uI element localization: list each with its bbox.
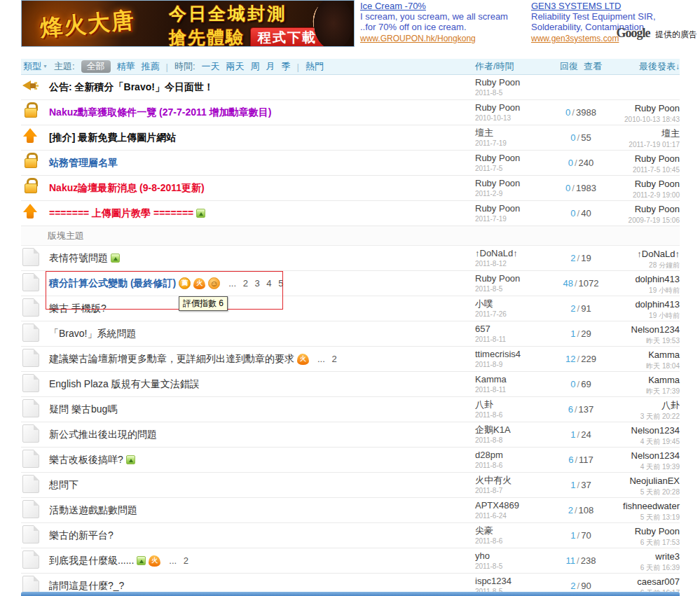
sort-desc-icon[interactable]: ↓ xyxy=(675,62,680,71)
last-post-time[interactable]: 19 小時前 xyxy=(610,312,680,320)
thread-title[interactable]: 積分計算公式變動 (最終修訂) xyxy=(49,277,176,290)
last-poster-link[interactable]: NeojulianEX xyxy=(629,476,680,486)
last-poster-link[interactable]: Nelson1234 xyxy=(631,425,680,436)
last-post-time[interactable]: 6 天前 16:39 xyxy=(610,564,680,572)
last-post-time[interactable]: 2011-7-19 01:17 xyxy=(610,141,680,149)
filter-recommend[interactable]: 推薦 xyxy=(142,60,160,73)
last-post-time[interactable]: 19 小時前 xyxy=(610,286,680,295)
thread-title[interactable]: 樂古改板後搞咩? xyxy=(49,454,123,466)
last-post-time[interactable]: 4 天前 19:45 xyxy=(610,438,680,446)
author-link[interactable]: Kamma xyxy=(475,374,507,384)
last-post-time[interactable]: 3 天前 20:22 xyxy=(610,413,680,421)
last-poster-link[interactable]: Ruby Poon xyxy=(635,103,680,113)
col-header-replies[interactable]: 回復 xyxy=(560,60,578,73)
last-poster-link[interactable]: 八卦 xyxy=(661,400,680,410)
thread-title[interactable]: ======= 上傳圖片教學 ======= xyxy=(49,207,193,220)
page-links[interactable]: ... 2 xyxy=(317,354,337,364)
last-poster-link[interactable]: fishneedwater xyxy=(623,501,680,511)
filter-two-days[interactable]: 兩天 xyxy=(226,60,245,73)
last-poster-link[interactable]: Kamma xyxy=(648,349,680,360)
author-link[interactable]: 火中有火 xyxy=(475,475,512,485)
thread-title[interactable]: 建議樂古論壇新增更多勳章，更詳細列出達到勳章的要求 xyxy=(49,353,294,366)
thread-title[interactable]: 表情符號問題 xyxy=(49,252,108,265)
last-post-time[interactable]: 5 天前 20:28 xyxy=(610,488,680,497)
author-link[interactable]: Ruby Poon xyxy=(475,203,520,214)
last-post-time[interactable]: 2011-7-5 10:45 xyxy=(610,166,680,174)
author-link[interactable]: APTX4869 xyxy=(475,500,519,511)
author-link[interactable]: Ruby Poon xyxy=(475,178,520,188)
thread-title[interactable]: Nakuz勳章獲取條件一覽 (27-7-2011 增加勳章數目) xyxy=(49,106,271,119)
ad-title-link[interactable]: Ice Cream -70% xyxy=(360,1,426,11)
thread-title[interactable]: 新公式推出後出現的問題 xyxy=(49,429,157,441)
thread-title[interactable]: 疑問 樂古bug嗎 xyxy=(49,403,117,416)
game-ad-banner[interactable]: 烽火大唐 今日全城封測 搶先體驗 程式下載 ☞ xyxy=(21,0,355,47)
last-poster-link[interactable]: dolphin413 xyxy=(635,299,680,310)
last-post-time[interactable]: 昨天 18:04 xyxy=(610,362,680,370)
last-post-time[interactable]: 5 天前 13:19 xyxy=(610,513,680,522)
author-link[interactable]: 企鵝K1A xyxy=(475,424,511,435)
last-post-time[interactable]: 6 天前 17:53 xyxy=(610,539,680,547)
author-link[interactable]: ↑DoNaLd↑ xyxy=(475,248,518,258)
author-link[interactable]: ispc1234 xyxy=(475,576,512,586)
filter-one-day[interactable]: 一天 xyxy=(202,60,220,73)
thread-title[interactable]: 樂古的新平台? xyxy=(49,529,114,542)
ad-url-link[interactable]: www.GROUPON.hk/Hongkong xyxy=(360,34,476,44)
author-link[interactable]: 小噗 xyxy=(475,298,493,309)
page-links[interactable]: ... 2 xyxy=(169,555,188,566)
last-poster-link[interactable]: ↑DoNaLd↑ xyxy=(637,249,680,259)
type-dropdown[interactable]: 類型▼ xyxy=(23,60,48,73)
thread-title[interactable]: 請問這是什麼?_? xyxy=(49,580,124,592)
filter-season[interactable]: 季 xyxy=(282,60,291,73)
author-link[interactable]: 尖豪 xyxy=(475,525,493,536)
last-post-time[interactable]: 昨天 19:53 xyxy=(610,337,680,345)
last-post-time[interactable]: 4 天前 19:39 xyxy=(610,463,680,471)
author-link[interactable]: yho xyxy=(475,550,490,561)
filter-all-selected[interactable]: 全部 xyxy=(81,60,111,73)
filter-week[interactable]: 周 xyxy=(251,60,260,73)
ad-title-link[interactable]: GEN3 SYSTEMS LTD xyxy=(531,1,621,11)
last-poster-link[interactable]: Kamma xyxy=(648,375,680,385)
thread-title[interactable]: 到底我是什麼級...... xyxy=(49,555,134,567)
thread-title[interactable]: Nakuz論壇最新消息 (9-8-2011更新) xyxy=(49,182,205,195)
thread-title[interactable]: [推介] 最新免費上傳圖片網站 xyxy=(49,132,176,144)
author-link[interactable]: d28pm xyxy=(475,450,503,460)
last-post-time[interactable]: 28 分鐘前 xyxy=(610,261,680,270)
author-link[interactable]: Ruby Poon xyxy=(475,102,520,113)
last-post-time[interactable]: 昨天 17:39 xyxy=(610,387,680,396)
last-poster-link[interactable]: Ruby Poon xyxy=(635,153,680,164)
last-poster-link[interactable]: Nelson1234 xyxy=(631,324,680,335)
reply-count: 1 xyxy=(570,429,575,440)
thread-title[interactable]: 站務管理層名單 xyxy=(49,157,118,169)
author-link[interactable]: 壇主 xyxy=(475,127,493,138)
author-link[interactable]: 657 xyxy=(475,324,490,334)
last-poster-link[interactable]: Ruby Poon xyxy=(635,179,680,189)
last-poster-link[interactable]: dolphin413 xyxy=(635,274,680,284)
filter-hot[interactable]: 熱門 xyxy=(306,60,324,73)
author-link[interactable]: Ruby Poon xyxy=(475,77,520,88)
thread-title[interactable]: 公告: 全新積分「Bravo!」今日面世！ xyxy=(49,81,214,94)
last-poster-link[interactable]: write3 xyxy=(655,551,680,562)
thread-title[interactable]: 「Bravo!」系統問題 xyxy=(49,328,136,340)
author-link[interactable]: Ruby Poon xyxy=(475,273,520,284)
last-post-time[interactable]: 2009-7-19 15:06 xyxy=(610,216,680,225)
ad-url-link[interactable]: www.gen3systems.com xyxy=(531,34,619,44)
last-poster-link[interactable]: Nelson1234 xyxy=(631,450,680,461)
thread-title[interactable]: 樂古 手機版? xyxy=(49,303,107,315)
author-link[interactable]: Ruby Poon xyxy=(475,153,520,163)
google-logo[interactable]: Google xyxy=(617,26,650,40)
last-poster-link[interactable]: caesar007 xyxy=(637,576,680,587)
last-post-time[interactable]: 2011-2-9 19:00 xyxy=(610,191,680,200)
last-poster-link[interactable]: Ruby Poon xyxy=(635,526,680,536)
filter-digest[interactable]: 精華 xyxy=(117,60,135,73)
col-header-views[interactable]: 查看 xyxy=(584,60,602,73)
thread-title[interactable]: 想問下 xyxy=(49,479,78,492)
last-poster-link[interactable]: 壇主 xyxy=(661,128,680,139)
last-poster-link[interactable]: Ruby Poon xyxy=(635,204,680,214)
last-post-time[interactable]: 2010-10-13 18:43 xyxy=(610,116,680,124)
thread-title[interactable]: English Plaza 版規有大量文法錯誤 xyxy=(49,378,200,391)
filter-month[interactable]: 月 xyxy=(266,60,275,73)
author-link[interactable]: ttimecrisis4 xyxy=(475,349,521,359)
page-links[interactable]: ... 2 3 4 5 xyxy=(228,278,283,289)
thread-title[interactable]: 活動送遊戲點數問題 xyxy=(49,504,137,517)
author-link[interactable]: 八卦 xyxy=(475,399,493,410)
